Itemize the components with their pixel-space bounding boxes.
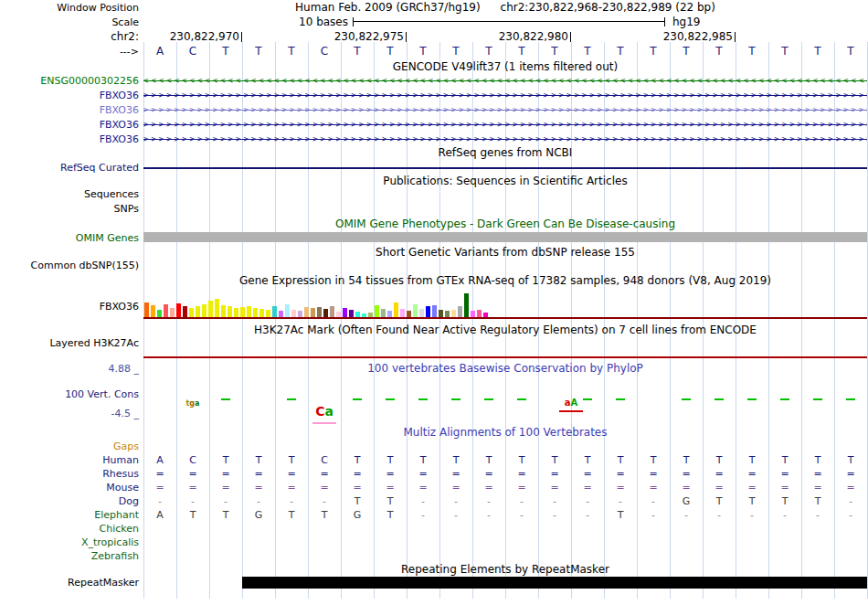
track-title-refseq[interactable]: RefSeq genes from NCBI bbox=[143, 147, 867, 159]
species-label[interactable]: Mouse bbox=[0, 482, 139, 494]
gtex-bar bbox=[259, 309, 264, 317]
alignment-base: - bbox=[472, 495, 505, 507]
alignment-base: = bbox=[801, 468, 834, 480]
species-label[interactable]: Dog bbox=[0, 495, 139, 507]
alignment-base: C bbox=[308, 454, 341, 466]
species-label[interactable]: X_tropicalis bbox=[0, 536, 139, 548]
alignment-base: T bbox=[703, 454, 736, 466]
alignment-base: = bbox=[736, 482, 768, 494]
species-label[interactable]: Chicken bbox=[0, 523, 139, 535]
alignment-base: = bbox=[538, 482, 571, 494]
alignment-base: T bbox=[736, 495, 768, 507]
alignment-base: T bbox=[505, 454, 538, 466]
gene-label[interactable]: FBXO36 bbox=[0, 119, 139, 131]
gtex-bar bbox=[464, 293, 469, 317]
chrom-label: chr2: bbox=[0, 31, 139, 43]
gtex-bar bbox=[196, 306, 200, 317]
track-title-repeatmasker[interactable]: Repeating Elements by RepeatMasker bbox=[143, 564, 867, 576]
ruler-tick-label: 230,822,975 bbox=[333, 31, 404, 43]
gtex-bar bbox=[407, 311, 411, 317]
refseq-gene-line[interactable] bbox=[143, 167, 867, 169]
track-title-h3k27ac[interactable]: H3K27Ac Mark (Often Found Near Active Re… bbox=[143, 324, 867, 336]
conservation-tick bbox=[484, 398, 493, 400]
ruler-tick-label: 230,822,980 bbox=[497, 31, 568, 43]
track-title-omim[interactable]: OMIM Gene Phenotypes - Dark Green Can Be… bbox=[143, 218, 867, 230]
gtex-bar bbox=[272, 306, 277, 317]
publications-sequences-label[interactable]: Sequences bbox=[0, 188, 139, 200]
track-title-phylop[interactable]: 100 vertebrates Basewise Conservation by… bbox=[143, 363, 867, 375]
gene-model[interactable]: >>>>>>>>>>>>>>>>>>>>>>>>>>>>>>>>>>>>>>>>… bbox=[143, 90, 867, 101]
sequence-base: T bbox=[407, 46, 439, 58]
refseq-curated-label[interactable]: RefSeq Curated bbox=[0, 162, 139, 174]
alignment-base: T bbox=[275, 509, 308, 521]
alignment-base: - bbox=[801, 509, 834, 521]
position-header: Human Feb. 2009 (GRCh37/hg19)chr2:230,82… bbox=[143, 2, 867, 14]
alignment-base: T bbox=[670, 454, 703, 466]
publications-snps-label[interactable]: SNPs bbox=[0, 203, 139, 215]
gtex-gene-label[interactable]: FBXO36 bbox=[0, 301, 139, 313]
species-label[interactable]: Zebrafish bbox=[0, 550, 139, 562]
assembly-name: Human Feb. 2009 (GRCh37/hg19) bbox=[295, 1, 481, 14]
alignment-base: T bbox=[374, 495, 407, 507]
alignment-base: T bbox=[209, 454, 242, 466]
species-label[interactable]: Elephant bbox=[0, 509, 139, 521]
alignment-base: T bbox=[374, 454, 407, 466]
track-title-publications[interactable]: Publications: Sequences in Scientific Ar… bbox=[143, 175, 867, 187]
gtex-bar bbox=[279, 311, 283, 317]
gtex-bar bbox=[247, 306, 251, 317]
logo-letter: a bbox=[195, 399, 199, 408]
track-title-gencode[interactable]: GENCODE V49lift37 (1 items filtered out) bbox=[143, 61, 867, 73]
alignment-base: - bbox=[308, 495, 341, 507]
ruler-tick-label: 230,822,970 bbox=[168, 31, 239, 43]
alignment-base: T bbox=[768, 495, 801, 507]
conservation-tick bbox=[451, 398, 460, 400]
gtex-bar bbox=[164, 304, 168, 317]
dbsnp-label[interactable]: Common dbSNP(155) bbox=[0, 260, 139, 271]
repeatmasker-bar[interactable] bbox=[242, 577, 867, 589]
omim-genes-bar[interactable] bbox=[143, 232, 867, 242]
alignment-base: = bbox=[801, 482, 834, 494]
alignment-base: - bbox=[407, 509, 439, 521]
alignment-base: T bbox=[341, 454, 374, 466]
repeatmasker-label[interactable]: RepeatMasker bbox=[0, 577, 139, 589]
alignment-base: - bbox=[439, 509, 472, 521]
alignment-base: T bbox=[472, 454, 505, 466]
alignment-base: T bbox=[834, 454, 867, 466]
alignment-base: = bbox=[472, 482, 505, 494]
scale-bar bbox=[353, 17, 665, 27]
sequence-base: T bbox=[242, 46, 275, 58]
alignment-base: = bbox=[341, 482, 374, 494]
gtex-bar bbox=[375, 305, 379, 317]
alignment-base: = bbox=[571, 468, 604, 480]
alignment-base: - bbox=[768, 509, 801, 521]
gene-label[interactable]: FBXO36 bbox=[0, 104, 139, 116]
gtex-bar bbox=[330, 306, 334, 317]
h3k27ac-label[interactable]: Layered H3K27Ac bbox=[0, 337, 139, 349]
gene-label[interactable]: FBXO36 bbox=[0, 133, 139, 145]
gene-label[interactable]: ENSG00000302256 bbox=[0, 75, 139, 87]
gtex-bar bbox=[144, 302, 149, 317]
alignment-base: = bbox=[407, 468, 439, 480]
gtex-bar bbox=[183, 306, 187, 317]
alignment-base: T bbox=[801, 454, 834, 466]
gene-model[interactable]: >>>>>>>>>>>>>>>>>>>>>>>>>>>>>>>>>>>>>>>>… bbox=[143, 104, 867, 116]
alignment-base: T bbox=[736, 454, 768, 466]
sequence-base: T bbox=[670, 46, 703, 58]
alignment-base: = bbox=[439, 468, 472, 480]
gtex-baseline bbox=[143, 317, 867, 319]
gene-model[interactable]: >>>>>>>>>>>>>>>>>>>>>>>>>>>>>>>>>>>>>>>>… bbox=[143, 133, 867, 145]
alignment-base: = bbox=[505, 468, 538, 480]
species-label[interactable]: Human bbox=[0, 454, 139, 466]
gene-model[interactable]: >>>>>>>>>>>>>>>>>>>>>>>>>>>>>>>>>>>>>>>>… bbox=[143, 119, 867, 131]
species-label[interactable]: Rhesus bbox=[0, 468, 139, 480]
track-title-gtex[interactable]: Gene Expression in 54 tissues from GTEx … bbox=[143, 275, 867, 287]
omim-genes-label[interactable]: OMIM Genes bbox=[0, 232, 139, 244]
track-title-multiz[interactable]: Multiz Alignments of 100 Vertebrates bbox=[143, 427, 867, 439]
gene-label[interactable]: FBXO36 bbox=[0, 90, 139, 101]
gtex-bar bbox=[240, 307, 245, 317]
conservation-label[interactable]: 100 Vert. Cons bbox=[0, 388, 139, 400]
sequence-base: T bbox=[472, 46, 505, 58]
track-title-dbsnp[interactable]: Short Genetic Variants from dbSNP releas… bbox=[143, 247, 867, 259]
gene-model[interactable]: <<<<<<<<<<<<<<<<<<<<<<<<<<<<<<<<<<<<<<<<… bbox=[143, 75, 867, 87]
alignment-base: T bbox=[604, 454, 637, 466]
